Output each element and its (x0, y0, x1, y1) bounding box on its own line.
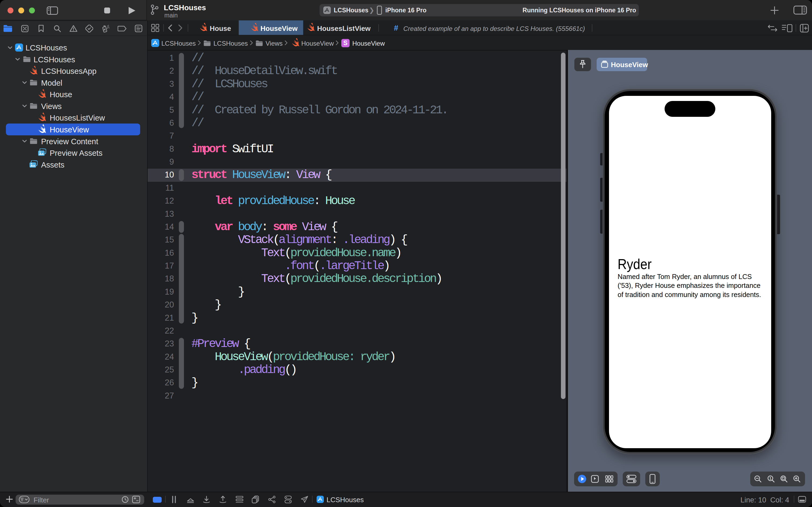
svg-text:1: 1 (769, 476, 771, 481)
